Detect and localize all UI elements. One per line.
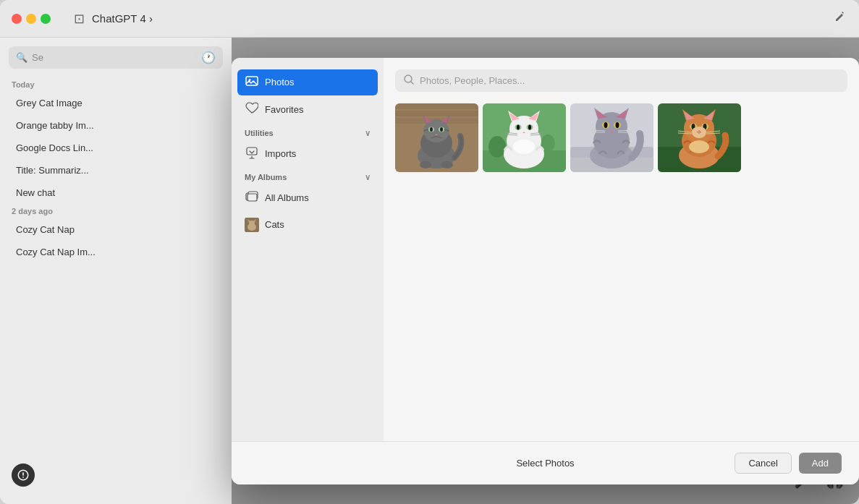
photos-label: Photos [265,77,294,87]
cats-album-thumb [245,218,259,232]
sidebar-item-new-chat[interactable]: New chat [4,182,227,203]
svg-rect-14 [395,111,478,116]
cancel-button[interactable]: Cancel [735,453,791,474]
photos-bottom-bar: Select Photos Cancel Add [232,441,859,484]
my-albums-section-header: My Albums ∨ [237,168,378,184]
photos-sidebar: Photos Favorites [232,58,384,441]
svg-point-63 [604,122,608,128]
utilities-label: Utilities [245,129,274,137]
sidebar-item-google-docs[interactable]: Google Docs Lin... [4,137,227,158]
sidebar-item-cozy-cat-nap[interactable]: Cozy Cat Nap [4,219,227,240]
modal-overlay: Photos Favorites [232,38,859,504]
traffic-lights [12,14,51,24]
chatgpt-logo-area [0,455,232,495]
title-bar-right [833,9,847,27]
compose-icon[interactable] [833,9,847,27]
sidebar-item-grey-cat[interactable]: Grey Cat Image [4,93,227,114]
sidebar-search-icon: 🔍 [16,52,27,63]
svg-point-26 [440,127,443,132]
photos-modal-body: Photos Favorites [232,58,859,441]
favorites-icon [245,102,259,118]
imports-icon [245,146,259,162]
all-albums-icon [245,190,259,206]
my-albums-label: My Albums [245,173,287,181]
svg-rect-13 [395,103,478,109]
content-area: 🎤 🎧 [232,38,859,504]
photo-grid [395,103,847,172]
two-days-section-label: 2 days ago [0,204,232,218]
utilities-section-header: Utilities ∨ [237,124,378,140]
photos-sidebar-item-photos[interactable]: Photos [237,69,378,95]
photos-icon [245,74,259,90]
photos-sidebar-item-favorites[interactable]: Favorites [237,97,378,123]
today-section-label: Today [0,77,232,92]
photo-thumb-cat4[interactable] [658,103,741,172]
svg-point-83 [692,127,706,138]
svg-point-29 [441,161,453,168]
photos-search-bar[interactable]: Photos, People, Places... [395,69,847,92]
photos-sidebar-item-imports[interactable]: Imports [237,141,378,167]
maximize-button[interactable] [41,14,51,24]
photo-thumb-cat2[interactable] [483,103,566,172]
svg-point-64 [616,122,619,128]
sidebar: 🔍 Se 🕐 Today Grey Cat Image Orange tabby… [0,38,232,504]
svg-point-50 [513,140,535,154]
photos-bottom-inner: Select Photos Cancel Add [249,453,842,474]
photos-search-icon [404,74,414,87]
cats-album-label: Cats [265,219,284,230]
photos-main: Photos, People, Places... [384,58,859,441]
select-photos-title: Select Photos [516,458,574,469]
photos-picker-modal: Photos Favorites [232,58,859,484]
app-window: ⊡ ChatGPT 4 › 🔍 Se 🕐 Today Grey Cat Imag… [0,0,859,504]
all-albums-label: All Albums [265,192,309,203]
sidebar-search-text: Se [32,52,43,63]
svg-point-43 [517,124,520,129]
add-button[interactable]: Add [799,453,842,474]
title-bar-center: ⊡ ChatGPT 4 › [74,11,153,27]
sidebar-item-orange-tabby[interactable]: Orange tabby Im... [4,115,227,136]
close-button[interactable] [12,14,22,24]
title-bar: ⊡ ChatGPT 4 › [0,0,859,38]
svg-point-25 [430,127,433,132]
sidebar-toggle-icon[interactable]: ⊡ [74,11,85,27]
minimize-button[interactable] [26,14,36,24]
favorites-label: Favorites [265,104,303,115]
imports-label: Imports [265,148,296,159]
bottom-bar-buttons: Cancel Add [735,453,842,474]
svg-point-32 [488,136,506,158]
main-layout: 🔍 Se 🕐 Today Grey Cat Image Orange tabby… [0,38,859,504]
sidebar-item-cozy-cat-nap-im[interactable]: Cozy Cat Nap Im... [4,242,227,262]
chatgpt-logo[interactable] [12,464,35,487]
svg-point-44 [528,124,531,129]
sidebar-timer-icon[interactable]: 🕐 [201,51,216,64]
my-albums-chevron[interactable]: ∨ [365,173,371,182]
photo-thumb-cat3[interactable] [570,103,653,172]
svg-rect-5 [247,194,257,201]
sidebar-search[interactable]: 🔍 Se 🕐 [9,46,223,69]
svg-point-89 [689,140,709,153]
app-title: ChatGPT 4 › [92,12,153,25]
photos-sidebar-item-cats[interactable]: Cats [237,213,378,237]
svg-point-28 [420,161,431,168]
utilities-chevron[interactable]: ∨ [365,129,371,138]
photos-sidebar-item-all-albums[interactable]: All Albums [237,185,378,211]
sidebar-item-title-summarize[interactable]: Title: Summariz... [4,160,227,181]
photos-search-placeholder: Photos, People, Places... [420,75,525,86]
photo-thumb-cat1[interactable] [395,103,478,172]
